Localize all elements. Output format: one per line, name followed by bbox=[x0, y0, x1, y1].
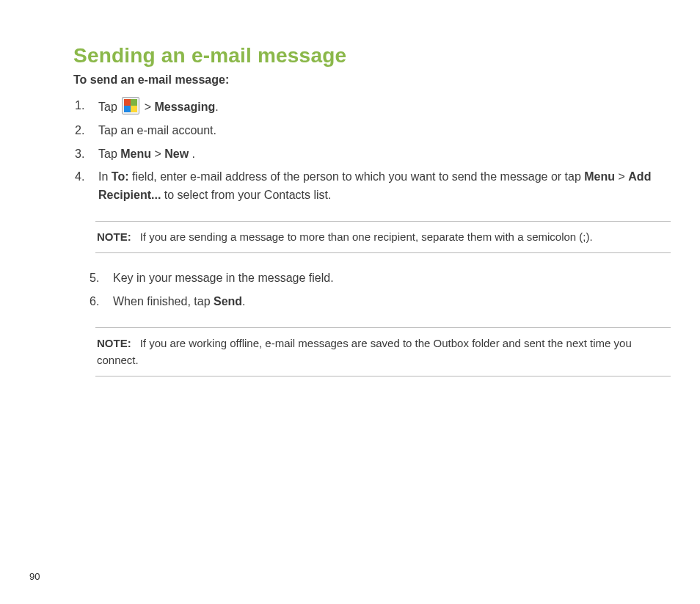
step-4: In To: field, enter e-mail address of th… bbox=[75, 168, 671, 205]
step-3-text-e: . bbox=[189, 148, 195, 160]
step-4-menu: Menu bbox=[584, 170, 615, 183]
step-4-text-g: to select from your Contacts list. bbox=[161, 189, 331, 201]
step-6-text-a: When finished, tap bbox=[113, 295, 214, 308]
note-1: NOTE:If you are sending a message to mor… bbox=[95, 221, 671, 254]
page-content: Sending an e-mail message To send an e-m… bbox=[0, 0, 700, 376]
step-2: Tap an e-mail account. bbox=[75, 122, 671, 140]
step-1-text-b: > bbox=[141, 101, 154, 113]
step-3-menu: Menu bbox=[120, 148, 151, 160]
step-1-text-d: . bbox=[215, 101, 218, 113]
step-6: When finished, tap Send. bbox=[75, 293, 671, 311]
note-1-label: NOTE: bbox=[97, 230, 131, 243]
step-5: Key in your message in the message field… bbox=[75, 269, 671, 288]
step-4-text-a: In bbox=[98, 170, 112, 183]
note-2-text: If you are working offline, e-mail messa… bbox=[97, 337, 632, 366]
note-2: NOTE:If you are working offline, e-mail … bbox=[95, 327, 671, 376]
subheading: To send an e-mail message: bbox=[73, 73, 671, 87]
page-number: 90 bbox=[29, 571, 40, 582]
step-3-new: New bbox=[164, 148, 189, 160]
step-6-send: Send bbox=[214, 295, 242, 308]
steps-list-2: Key in your message in the message field… bbox=[73, 269, 671, 311]
step-1-messaging: Messaging bbox=[154, 101, 215, 113]
step-4-text-e: > bbox=[615, 170, 628, 183]
step-6-text-c: . bbox=[242, 295, 245, 308]
note-2-label: NOTE: bbox=[97, 337, 131, 349]
steps-list: Tap > Messaging. Tap an e-mail account. … bbox=[73, 97, 671, 205]
step-3: Tap Menu > New . bbox=[75, 145, 671, 164]
step-3-text-c: > bbox=[151, 148, 164, 160]
windows-start-icon bbox=[122, 97, 139, 114]
step-1-text-a: Tap bbox=[98, 101, 120, 113]
step-4-to: To: bbox=[112, 170, 129, 183]
section-title: Sending an e-mail message bbox=[73, 44, 671, 68]
step-4-text-c: field, enter e-mail address of the perso… bbox=[128, 170, 584, 183]
step-3-text-a: Tap bbox=[98, 148, 120, 160]
step-1: Tap > Messaging. bbox=[75, 97, 671, 117]
note-1-text: If you are sending a message to more tha… bbox=[140, 230, 593, 243]
